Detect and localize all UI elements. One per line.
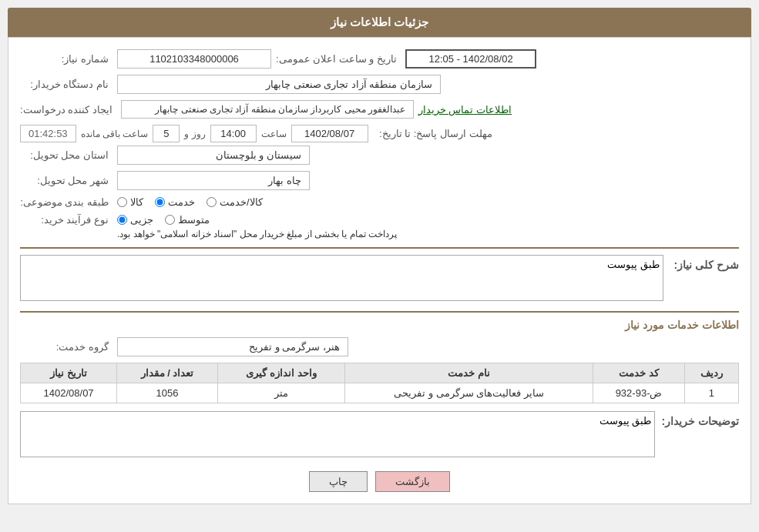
mohlet-rooz-label: روز و (184, 129, 205, 139)
divider-shrh (20, 247, 739, 249)
divider-khedamat (20, 311, 739, 313)
col-kod: کد خدمت (593, 363, 685, 383)
navoe-label: نوع فرآیند خرید: (20, 214, 113, 226)
mohlet-rooz: 5 (153, 125, 180, 142)
radio-kala[interactable]: کالا (117, 196, 143, 208)
radio-motavaset[interactable]: متوسط (165, 214, 210, 226)
mohlet-label: مهلت ارسال پاسخ: تا تاریخ: (373, 128, 496, 139)
nam-dastgah-value: سازمان منطقه آزاد تجاری صنعتی چابهار (117, 75, 441, 94)
mohlet-saat-label: ساعت (261, 129, 287, 139)
ostan-label: استان محل تحویل: (20, 149, 113, 161)
col-radif: ردیف (684, 363, 738, 383)
gorohe-khedmat-value: هنر، سرگرمی و تفریح (117, 337, 348, 356)
tarikh-value: 1402/08/02 - 12:05 (405, 49, 536, 69)
services-table: ردیف کد خدمت نام خدمت واحد اندازه گیری ت… (20, 363, 739, 403)
navoe-note: پرداخت تمام یا بخشی از مبلغ خریدار محل "… (117, 229, 397, 239)
shrh-textarea[interactable]: طبق پیوست (20, 255, 663, 301)
col-vahed: واحد اندازه گیری (217, 363, 344, 383)
tarikh-label: تاریخ و ساعت اعلان عمومی: (276, 53, 401, 65)
radio-jozi[interactable]: جزیی (117, 214, 153, 226)
col-nam: نام خدمت (344, 363, 593, 383)
radio-khedmat[interactable]: خدمت (155, 196, 195, 208)
col-tarikh: تاریخ نیاز (21, 363, 117, 383)
tozi-label: توضیحات خریدار: (661, 411, 739, 427)
ostan-value: سیستان و بلوچستان (117, 146, 310, 165)
mohlet-baqi: 01:42:53 (20, 125, 76, 142)
shahr-label: شهر محل تحویل: (20, 175, 113, 186)
button-row: بازگشت چاپ (20, 471, 739, 492)
page-title: جزئیات اطلاعات نیاز (331, 15, 428, 28)
ejad-label: ایجاد کننده درخواست: (20, 104, 116, 115)
mohlet-saat: 14:00 (210, 125, 257, 142)
ejad-value: عبدالغفور محیی کاربرداز سازمان منطقه آزا… (121, 100, 414, 119)
btn-bazgasht[interactable]: بازگشت (375, 471, 450, 492)
shrh-label: شرح کلی نیاز: (670, 255, 739, 271)
page-header: جزئیات اطلاعات نیاز (8, 8, 751, 37)
table-row: 1 ض-93-932 سایر فعالیت‌های سرگرمی و تفری… (21, 383, 739, 403)
tozi-textarea[interactable]: طبق پیوست (20, 411, 655, 457)
shomara-niaz-value: 1102103348000006 (117, 49, 271, 69)
nam-dastgah-label: نام دستگاه خریدار: (20, 79, 113, 90)
khedamat-section-title: اطلاعات خدمات مورد نیاز (20, 319, 739, 331)
mohlet-baqi-label: ساعت باقی مانده (81, 129, 149, 139)
mohlet-date: 1402/08/07 (291, 125, 368, 142)
shomara-niaz-label: شماره نیاز: (20, 53, 113, 65)
shahr-value: چاه بهار (117, 171, 310, 190)
radio-kala-khedmat[interactable]: کالا/خدمت (207, 196, 263, 208)
tabaghebandi-label: طبقه بندی موضوعی: (20, 196, 113, 208)
btn-chap[interactable]: چاپ (309, 471, 368, 492)
gorohe-khedmat-label: گروه خدمت: (20, 341, 113, 353)
ettelaat-tamas-link[interactable]: اطلاعات تماس خریدار (418, 104, 512, 115)
col-tedad: تعداد / مقدار (117, 363, 218, 383)
services-table-section: ردیف کد خدمت نام خدمت واحد اندازه گیری ت… (20, 363, 739, 403)
